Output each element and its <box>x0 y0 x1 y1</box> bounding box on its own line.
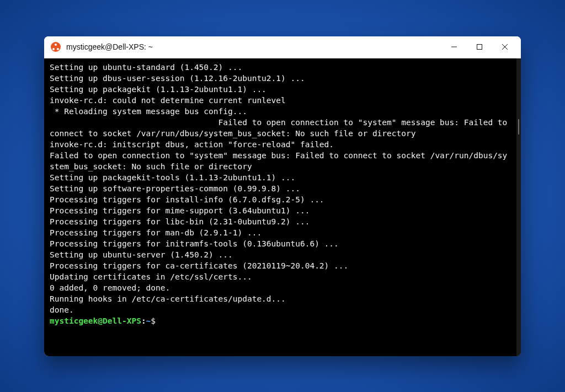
terminal-line: Setting up software-properties-common (0… <box>50 183 511 194</box>
prompt-line[interactable]: mysticgeek@Dell-XPS:~$ <box>50 315 511 326</box>
titlebar[interactable]: mysticgeek@Dell-XPS: ~ <box>44 36 521 58</box>
terminal-window: mysticgeek@Dell-XPS: ~ Setting up ubuntu… <box>44 36 521 356</box>
terminal-line: invoke-rc.d: could not determine current… <box>50 95 511 106</box>
prompt-user-host: mysticgeek@Dell-XPS <box>50 316 141 325</box>
terminal-line: Setting up ubuntu-standard (1.450.2) ... <box>50 62 511 73</box>
terminal-line: Failed to open connection to "system" me… <box>50 150 511 172</box>
terminal-line: Failed to open connection to "system" me… <box>50 117 511 139</box>
prompt-symbol: $ <box>151 316 160 325</box>
terminal-line: * Reloading system message bus config... <box>50 106 511 117</box>
terminal-line: Setting up ubuntu-server (1.450.2) ... <box>50 249 511 260</box>
terminal-line: Processing triggers for libc-bin (2.31-0… <box>50 216 511 227</box>
window-title: mysticgeek@Dell-XPS: ~ <box>66 42 441 51</box>
ubuntu-icon <box>51 42 61 52</box>
terminal-line: Setting up packagekit (1.1.13-2ubuntu1.1… <box>50 84 511 95</box>
window-controls <box>441 38 518 56</box>
scroll-thumb[interactable] <box>518 119 519 135</box>
close-button[interactable] <box>492 38 518 56</box>
maximize-button[interactable] <box>467 38 492 56</box>
terminal-output[interactable]: Setting up ubuntu-standard (1.450.2) ...… <box>44 58 516 356</box>
terminal-line: Processing triggers for ca-certificates … <box>50 260 511 271</box>
terminal-line: Processing triggers for initramfs-tools … <box>50 238 511 249</box>
terminal-line: Processing triggers for install-info (6.… <box>50 194 511 205</box>
terminal-body: Setting up ubuntu-standard (1.450.2) ...… <box>44 58 521 356</box>
svg-rect-1 <box>477 45 482 50</box>
terminal-line: Updating certificates in /etc/ssl/certs.… <box>50 271 511 282</box>
terminal-line: 0 added, 0 removed; done. <box>50 282 511 293</box>
terminal-line: Setting up packagekit-tools (1.1.13-2ubu… <box>50 172 511 183</box>
terminal-line: Processing triggers for mime-support (3.… <box>50 205 511 216</box>
terminal-line: done. <box>50 304 511 315</box>
minimize-button[interactable] <box>441 38 467 56</box>
terminal-line: Setting up dbus-user-session (1.12.16-2u… <box>50 73 511 84</box>
terminal-line: Running hooks in /etc/ca-certificates/up… <box>50 293 511 304</box>
terminal-line: invoke-rc.d: initscript dbus, action "fo… <box>50 139 511 150</box>
terminal-line: Processing triggers for man-db (2.9.1-1)… <box>50 227 511 238</box>
prompt-colon: : <box>141 316 146 325</box>
scrollbar[interactable] <box>516 58 521 356</box>
